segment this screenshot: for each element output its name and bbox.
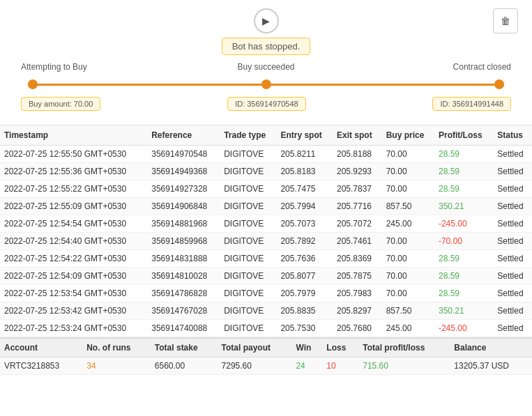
step3-label: Contract closed	[348, 62, 511, 72]
cell-timestamp: 2022-07-25 12:54:22 GMT+0530	[0, 250, 147, 268]
cell-timestamp: 2022-07-25 12:53:42 GMT+0530	[0, 302, 147, 320]
footer-table: Account No. of runs Total stake Total pa…	[0, 339, 532, 375]
cell-status: Settled	[493, 215, 532, 233]
cell-entry: 205.7892	[276, 233, 333, 250]
cell-profit: 28.59	[434, 250, 493, 268]
dot-2	[261, 79, 271, 89]
footer-col-payout: Total payout	[218, 339, 292, 357]
table-row: 2022-07-25 12:54:40 GMT+0530 35691485996…	[0, 233, 532, 250]
cell-buy: 70.00	[382, 163, 434, 180]
cell-status: Settled	[493, 268, 532, 285]
trade-table: Timestamp Reference Trade type Entry spo…	[0, 125, 532, 337]
cell-entry: 205.7530	[276, 320, 333, 337]
footer-payout: 7295.60	[218, 357, 292, 375]
step1-label: Attempting to Buy	[21, 62, 184, 72]
cell-trade-type: DIGITOVE	[220, 163, 276, 180]
table-row: 2022-07-25 12:55:36 GMT+0530 35691494936…	[0, 163, 532, 180]
cell-reference: 356914831888	[147, 250, 220, 268]
footer-col-loss: Loss	[322, 339, 358, 357]
info-label-3: ID: 356914991448	[432, 97, 511, 111]
footer-win: 24	[291, 357, 322, 375]
col-reference: Reference	[147, 125, 220, 146]
col-timestamp: Timestamp	[0, 125, 147, 146]
col-exit-spot: Exit spot	[333, 125, 382, 146]
cell-status: Settled	[493, 180, 532, 198]
footer-total-profit: 715.60	[358, 357, 450, 375]
footer-col-runs: No. of runs	[82, 339, 151, 357]
cell-exit: 205.7983	[333, 285, 382, 302]
col-trade-type: Trade type	[220, 125, 276, 146]
footer-loss: 10	[322, 357, 358, 375]
table-row: 2022-07-25 12:54:54 GMT+0530 35691488196…	[0, 215, 532, 233]
info-label-1: Buy amount: 70.00	[21, 97, 100, 111]
footer-header-row: Account No. of runs Total stake Total pa…	[0, 339, 532, 357]
table-row: 2022-07-25 12:55:22 GMT+0530 35691492732…	[0, 180, 532, 198]
cell-buy: 70.00	[382, 250, 434, 268]
cell-profit: 28.59	[434, 163, 493, 180]
cell-reference: 356914767028	[147, 302, 220, 320]
play-icon: ▶	[262, 15, 270, 26]
table-row: 2022-07-25 12:54:22 GMT+0530 35691483188…	[0, 250, 532, 268]
cell-entry: 205.7979	[276, 285, 333, 302]
cell-status: Settled	[493, 163, 532, 180]
dot-3	[494, 79, 504, 89]
footer-data-row: VRTC3218853 34 6560.00 7295.60 24 10 715…	[0, 357, 532, 375]
cell-reference: 356914810028	[147, 268, 220, 285]
cell-buy: 857.50	[382, 302, 434, 320]
cell-exit: 205.7837	[333, 180, 382, 198]
cell-reference: 356914906848	[147, 198, 220, 215]
cell-profit: -245.00	[434, 215, 493, 233]
cell-timestamp: 2022-07-25 12:54:40 GMT+0530	[0, 233, 147, 250]
cell-buy: 857.50	[382, 198, 434, 215]
footer-stake: 6560.00	[151, 357, 218, 375]
footer-account: VRTC3218853	[0, 357, 82, 375]
cell-status: Settled	[493, 285, 532, 302]
trash-button[interactable]: 🗑	[493, 8, 518, 33]
footer-section: Account No. of runs Total stake Total pa…	[0, 337, 532, 375]
cell-trade-type: DIGITOVE	[220, 146, 276, 163]
footer-balance: 13205.37 USD	[450, 357, 532, 375]
cell-trade-type: DIGITOVE	[220, 215, 276, 233]
cell-exit: 205.7461	[333, 233, 382, 250]
table-row: 2022-07-25 12:54:09 GMT+0530 35691481002…	[0, 268, 532, 285]
cell-timestamp: 2022-07-25 12:53:54 GMT+0530	[0, 285, 147, 302]
info-labels: Buy amount: 70.00 ID: 356914970548 ID: 3…	[21, 97, 511, 111]
table-row: 2022-07-25 12:55:09 GMT+0530 35691490684…	[0, 198, 532, 215]
cell-profit: 28.59	[434, 146, 493, 163]
cell-timestamp: 2022-07-25 12:54:54 GMT+0530	[0, 215, 147, 233]
play-button[interactable]: ▶	[254, 8, 279, 33]
trade-tbody: 2022-07-25 12:55:50 GMT+0530 35691497054…	[0, 146, 532, 337]
cell-entry: 205.8077	[276, 268, 333, 285]
table-row: 2022-07-25 12:53:54 GMT+0530 35691478682…	[0, 285, 532, 302]
cell-entry: 205.8835	[276, 302, 333, 320]
progress-dots	[28, 79, 504, 89]
cell-trade-type: DIGITOVE	[220, 302, 276, 320]
cell-timestamp: 2022-07-25 12:55:36 GMT+0530	[0, 163, 147, 180]
cell-buy: 245.00	[382, 215, 434, 233]
cell-profit: -70.00	[434, 233, 493, 250]
cell-buy: 70.00	[382, 233, 434, 250]
cell-buy: 70.00	[382, 180, 434, 198]
progress-section: Attempting to Buy Buy succeeded Contract…	[0, 62, 532, 118]
cell-timestamp: 2022-07-25 12:54:09 GMT+0530	[0, 268, 147, 285]
cell-status: Settled	[493, 198, 532, 215]
cell-buy: 245.00	[382, 320, 434, 337]
table-row: 2022-07-25 12:53:42 GMT+0530 35691476702…	[0, 302, 532, 320]
cell-entry: 205.7073	[276, 215, 333, 233]
cell-timestamp: 2022-07-25 12:55:22 GMT+0530	[0, 180, 147, 198]
cell-entry: 205.8183	[276, 163, 333, 180]
col-entry-spot: Entry spot	[276, 125, 333, 146]
cell-reference: 356914786828	[147, 285, 220, 302]
cell-status: Settled	[493, 302, 532, 320]
footer-col-win: Win	[291, 339, 322, 357]
cell-reference: 356914970548	[147, 146, 220, 163]
footer-col-balance: Balance	[450, 339, 532, 357]
table-row: 2022-07-25 12:53:24 GMT+0530 35691474008…	[0, 320, 532, 337]
footer-runs: 34	[82, 357, 151, 375]
footer-col-account: Account	[0, 339, 82, 357]
cell-status: Settled	[493, 233, 532, 250]
cell-trade-type: DIGITOVE	[220, 198, 276, 215]
cell-trade-type: DIGITOVE	[220, 233, 276, 250]
info-label-2: ID: 356914970548	[227, 97, 306, 111]
cell-entry: 205.7636	[276, 250, 333, 268]
